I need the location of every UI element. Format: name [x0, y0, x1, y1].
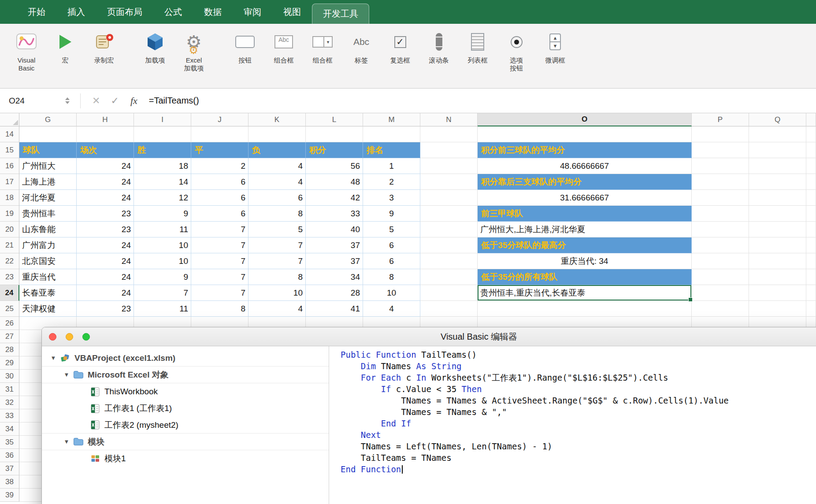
cell-Q18[interactable] — [749, 190, 806, 206]
cell-J19[interactable]: 6 — [191, 206, 249, 222]
cell-L14[interactable] — [306, 126, 363, 142]
cell-L22[interactable]: 37 — [306, 253, 363, 269]
cell-I22[interactable]: 10 — [134, 253, 191, 269]
cell-P18[interactable] — [692, 190, 749, 206]
cell-K15[interactable]: 负 — [249, 142, 306, 158]
cell-N16[interactable] — [420, 158, 478, 174]
tree-item-6[interactable]: 模块1 — [42, 450, 329, 467]
scrollbar-button[interactable]: 滚动条 — [419, 28, 458, 64]
cell-H21[interactable]: 24 — [77, 237, 134, 253]
cell-M20[interactable]: 5 — [363, 222, 420, 237]
cell-L23[interactable]: 34 — [306, 269, 363, 285]
cell-K21[interactable]: 7 — [249, 237, 306, 253]
cell-G14[interactable] — [19, 126, 77, 142]
row-header-32[interactable]: 32 — [0, 396, 19, 409]
cell-overflow-15[interactable] — [806, 142, 816, 158]
column-header-L[interactable]: L — [306, 113, 363, 126]
cell-I17[interactable]: 14 — [134, 174, 191, 190]
row-header-35[interactable]: 35 — [0, 436, 19, 449]
cell-J16[interactable]: 2 — [191, 158, 249, 174]
cell-J24[interactable]: 7 — [191, 285, 249, 301]
cell-H15[interactable]: 场次 — [77, 142, 134, 158]
cell-M23[interactable]: 8 — [363, 269, 420, 285]
cell-K23[interactable]: 8 — [249, 269, 306, 285]
cell-overflow-19[interactable] — [806, 206, 816, 222]
disclosure-triangle-icon[interactable]: ▼ — [48, 355, 59, 361]
tab-审阅[interactable]: 审阅 — [233, 0, 272, 24]
cell-N21[interactable] — [420, 237, 478, 253]
cell-overflow-22[interactable] — [806, 253, 816, 269]
cell-N25[interactable] — [420, 301, 478, 317]
tab-公式[interactable]: 公式 — [153, 0, 193, 24]
cancel-icon[interactable]: ✕ — [92, 95, 100, 107]
cell-G15[interactable]: 球队 — [19, 142, 77, 158]
cell-L20[interactable]: 40 — [306, 222, 363, 237]
tree-item-2[interactable]: ThisWorkbook — [42, 383, 329, 400]
cell-P25[interactable] — [692, 301, 749, 317]
cell-I23[interactable]: 9 — [134, 269, 191, 285]
cell-P22[interactable] — [692, 253, 749, 269]
tree-item-0[interactable]: ▼VBAProject (excel1.xlsm) — [42, 350, 329, 367]
row-header-39[interactable]: 39 — [0, 489, 19, 502]
cell-M21[interactable]: 6 — [363, 237, 420, 253]
stepper-up-icon[interactable] — [65, 97, 70, 100]
cell-Q20[interactable] — [749, 222, 806, 237]
cell-K17[interactable]: 4 — [249, 174, 306, 190]
cell-overflow-23[interactable] — [806, 269, 816, 285]
cell-overflow-14[interactable] — [806, 126, 816, 142]
cell-G23[interactable]: 重庆当代 — [19, 269, 77, 285]
row-header-38[interactable]: 38 — [0, 475, 19, 489]
row-header-19[interactable]: 19 — [0, 206, 19, 222]
spinner-button[interactable]: ▲▼微调框 — [536, 28, 575, 64]
cell-L16[interactable]: 56 — [306, 158, 363, 174]
column-header-J[interactable]: J — [191, 113, 249, 126]
cell-P17[interactable] — [692, 174, 749, 190]
row-header-26[interactable]: 26 — [0, 317, 19, 330]
cell-L21[interactable]: 37 — [306, 237, 363, 253]
cell-I16[interactable]: 18 — [134, 158, 191, 174]
column-header-overflow[interactable] — [806, 113, 816, 126]
cell-I25[interactable]: 11 — [134, 301, 191, 317]
cell-H14[interactable] — [77, 126, 134, 142]
cell-I21[interactable]: 10 — [134, 237, 191, 253]
column-header-H[interactable]: H — [77, 113, 134, 126]
cell-L15[interactable]: 积分 — [306, 142, 363, 158]
cell-O15[interactable]: 积分前三球队的平均分 — [478, 142, 692, 158]
cell-M14[interactable] — [363, 126, 420, 142]
row-header-23[interactable]: 23 — [0, 269, 19, 285]
cell-M15[interactable]: 排名 — [363, 142, 420, 158]
cell-G21[interactable]: 广州富力 — [19, 237, 77, 253]
row-header-29[interactable]: 29 — [0, 356, 19, 370]
cell-I14[interactable] — [134, 126, 191, 142]
cell-N23[interactable] — [420, 269, 478, 285]
cell-P14[interactable] — [692, 126, 749, 142]
cell-Q21[interactable] — [749, 237, 806, 253]
cell-Q23[interactable] — [749, 269, 806, 285]
tab-视图[interactable]: 视图 — [272, 0, 312, 24]
cell-overflow-24[interactable] — [806, 285, 816, 301]
row-header-21[interactable]: 21 — [0, 237, 19, 253]
cell-P15[interactable] — [692, 142, 749, 158]
cell-overflow-18[interactable] — [806, 190, 816, 206]
cell-M19[interactable]: 9 — [363, 206, 420, 222]
cell-H20[interactable]: 23 — [77, 222, 134, 237]
cell-N14[interactable] — [420, 126, 478, 142]
row-header-34[interactable]: 34 — [0, 422, 19, 436]
cell-overflow-16[interactable] — [806, 158, 816, 174]
cell-L19[interactable]: 33 — [306, 206, 363, 222]
cell-O17[interactable]: 积分靠后三支球队的平均分 — [478, 174, 692, 190]
row-header-20[interactable]: 20 — [0, 222, 19, 237]
formula-input[interactable]: =TailTeams() — [149, 96, 199, 106]
cell-Q22[interactable] — [749, 253, 806, 269]
cell-K19[interactable]: 8 — [249, 206, 306, 222]
cell-I24[interactable]: 7 — [134, 285, 191, 301]
cell-G22[interactable]: 北京国安 — [19, 253, 77, 269]
cell-H22[interactable]: 24 — [77, 253, 134, 269]
column-header-O[interactable]: O — [478, 113, 692, 126]
column-header-Q[interactable]: Q — [749, 113, 806, 126]
cell-O23[interactable]: 低于35分的所有球队 — [478, 269, 692, 285]
row-header-37[interactable]: 37 — [0, 462, 19, 475]
cell-H17[interactable]: 24 — [77, 174, 134, 190]
cell-K22[interactable]: 7 — [249, 253, 306, 269]
cell-O20[interactable]: 广州恒大,上海上港,河北华夏 — [478, 222, 692, 237]
